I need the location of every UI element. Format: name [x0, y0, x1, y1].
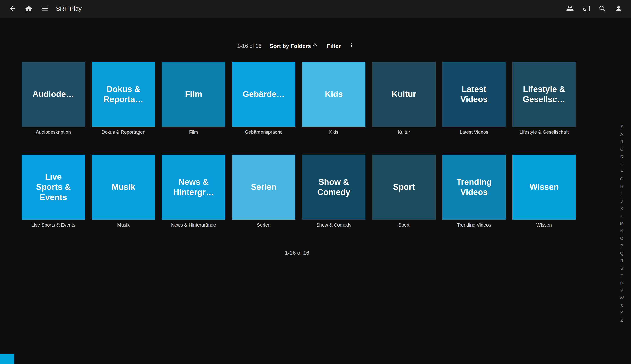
- library-folder-tile[interactable]: Audiode…: [22, 62, 85, 127]
- sort-button[interactable]: Sort by Folders: [266, 40, 321, 52]
- library-folder-title: TrendingVideos: [456, 177, 492, 197]
- vertical-ellipsis-icon: [349, 42, 354, 50]
- menu-button[interactable]: [38, 1, 52, 16]
- library-folder-caption: Live Sports & Events: [22, 222, 85, 228]
- alphabet-letter[interactable]: #: [617, 123, 626, 130]
- library-folder-title: Kids: [325, 89, 343, 99]
- library-folder-card[interactable]: TrendingVideos Trending Videos: [442, 154, 506, 228]
- alphabet-letter[interactable]: X: [617, 302, 626, 309]
- person-icon: [615, 5, 622, 13]
- library-folder-tile[interactable]: LatestVideos: [442, 62, 506, 127]
- library-folder-card[interactable]: Film Film: [162, 62, 225, 135]
- library-folder-tile[interactable]: Musik: [92, 154, 155, 220]
- library-folder-tile[interactable]: TrendingVideos: [442, 154, 506, 220]
- library-folder-card[interactable]: Kultur Kultur: [372, 62, 436, 135]
- alphabet-letter[interactable]: M: [617, 220, 626, 227]
- alphabet-letter[interactable]: F: [617, 168, 626, 175]
- filter-button-label: Filter: [327, 43, 341, 49]
- alphabet-letter[interactable]: Z: [617, 316, 626, 324]
- library-folder-caption: News & Hintergründe: [162, 222, 225, 228]
- library-folder-title: Serien: [251, 182, 276, 192]
- library-folder-caption: Show & Comedy: [302, 222, 366, 228]
- alphabet-letter[interactable]: H: [617, 182, 626, 190]
- home-button[interactable]: [21, 1, 36, 16]
- library-folder-tile[interactable]: Sport: [372, 154, 436, 220]
- library-folder-card[interactable]: Gebärde… Gebärdensprache: [232, 62, 295, 135]
- search-icon: [598, 5, 606, 13]
- sort-button-label: Sort by Folders: [270, 43, 311, 49]
- library-folder-card[interactable]: Show &Comedy Show & Comedy: [302, 154, 366, 228]
- alphabet-letter[interactable]: R: [617, 257, 626, 264]
- library-toolbar: 1-16 of 16 Sort by Folders Filter: [22, 41, 572, 51]
- back-button[interactable]: [5, 1, 20, 16]
- library-folder-tile[interactable]: Show &Comedy: [302, 154, 366, 220]
- alphabet-letter[interactable]: Y: [617, 309, 626, 316]
- library-folder-tile[interactable]: Kids: [302, 62, 366, 127]
- library-folder-card[interactable]: Lifestyle &Gesellsc… Lifestyle & Gesells…: [512, 62, 576, 135]
- library-folder-tile[interactable]: Dokus &Reporta…: [92, 62, 155, 127]
- library-folder-title: LiveSports &Events: [36, 172, 70, 202]
- alphabet-letter[interactable]: T: [617, 272, 626, 279]
- alphabet-letter[interactable]: I: [617, 190, 626, 198]
- library-folder-card[interactable]: Kids Kids: [302, 62, 366, 135]
- alphabet-letter[interactable]: A: [617, 130, 626, 138]
- alphabet-letter[interactable]: G: [617, 175, 626, 182]
- alphabet-letter[interactable]: V: [617, 287, 626, 294]
- alphabet-letter[interactable]: O: [617, 235, 626, 242]
- library-folder-title: Film: [185, 89, 202, 99]
- alphabet-letter[interactable]: K: [617, 205, 626, 212]
- alphabet-letter[interactable]: P: [617, 242, 626, 250]
- library-folder-tile[interactable]: Wissen: [512, 154, 576, 220]
- alphabet-letter[interactable]: E: [617, 160, 626, 168]
- library-folder-title: LatestVideos: [460, 84, 488, 104]
- syncplay-button[interactable]: [562, 1, 577, 16]
- library-folder-caption: Wissen: [512, 222, 576, 228]
- people-icon: [566, 5, 574, 13]
- library-folder-tile[interactable]: News &Hintergr…: [162, 154, 225, 220]
- library-folder-card[interactable]: LiveSports &Events Live Sports & Events: [22, 154, 85, 228]
- library-folder-tile[interactable]: LiveSports &Events: [22, 154, 85, 220]
- library-folder-card[interactable]: News &Hintergr… News & Hintergründe: [162, 154, 225, 228]
- library-folder-card[interactable]: Wissen Wissen: [512, 154, 576, 228]
- library-folder-card[interactable]: Musik Musik: [92, 154, 155, 228]
- alphabet-letter[interactable]: W: [617, 294, 626, 302]
- library-folder-title: Musik: [112, 182, 135, 192]
- alphabet-letter[interactable]: D: [617, 153, 626, 160]
- bottom-left-accent: [0, 354, 14, 364]
- cast-button[interactable]: [579, 1, 594, 16]
- page-title: SRF Play: [56, 6, 82, 12]
- library-folder-caption: Latest Videos: [442, 129, 506, 135]
- alphabet-letter[interactable]: L: [617, 212, 626, 220]
- library-folder-title: Show &Comedy: [318, 177, 350, 197]
- library-folder-card[interactable]: Serien Serien: [232, 154, 295, 228]
- filter-button[interactable]: Filter: [324, 41, 344, 51]
- alphabet-letter[interactable]: B: [617, 138, 626, 145]
- library-folder-tile[interactable]: Kultur: [372, 62, 436, 127]
- library-folder-caption: Audiodeskription: [22, 129, 85, 135]
- library-folder-card[interactable]: Audiode… Audiodeskription: [22, 62, 85, 135]
- alphabet-letter[interactable]: Q: [617, 250, 626, 257]
- library-folder-card[interactable]: LatestVideos Latest Videos: [442, 62, 506, 135]
- alphabet-letter[interactable]: J: [617, 198, 626, 205]
- library-folder-title: Kultur: [392, 89, 416, 99]
- app-bar: SRF Play: [0, 0, 631, 18]
- library-folder-tile[interactable]: Gebärde…: [232, 62, 295, 127]
- alphabet-letter[interactable]: U: [617, 279, 626, 287]
- library-folder-caption: Sport: [372, 222, 436, 228]
- alphabet-letter[interactable]: N: [617, 227, 626, 235]
- library-folder-title: Gebärde…: [242, 89, 285, 99]
- library-folder-title: Lifestyle &Gesellsc…: [523, 84, 566, 104]
- more-options-button[interactable]: [346, 40, 357, 52]
- alphabet-letter[interactable]: C: [617, 145, 626, 153]
- library-folder-caption: Trending Videos: [442, 222, 506, 228]
- library-folder-tile[interactable]: Film: [162, 62, 225, 127]
- search-button[interactable]: [595, 1, 610, 16]
- cast-icon: [582, 5, 590, 13]
- library-folder-tile[interactable]: Lifestyle &Gesellsc…: [512, 62, 576, 127]
- user-button[interactable]: [611, 1, 626, 16]
- alphabet-letter[interactable]: S: [617, 264, 626, 272]
- library-folder-card[interactable]: Sport Sport: [372, 154, 436, 228]
- library-folder-caption: Musik: [92, 222, 155, 228]
- library-folder-tile[interactable]: Serien: [232, 154, 295, 220]
- library-folder-card[interactable]: Dokus &Reporta… Dokus & Reportagen: [92, 62, 155, 135]
